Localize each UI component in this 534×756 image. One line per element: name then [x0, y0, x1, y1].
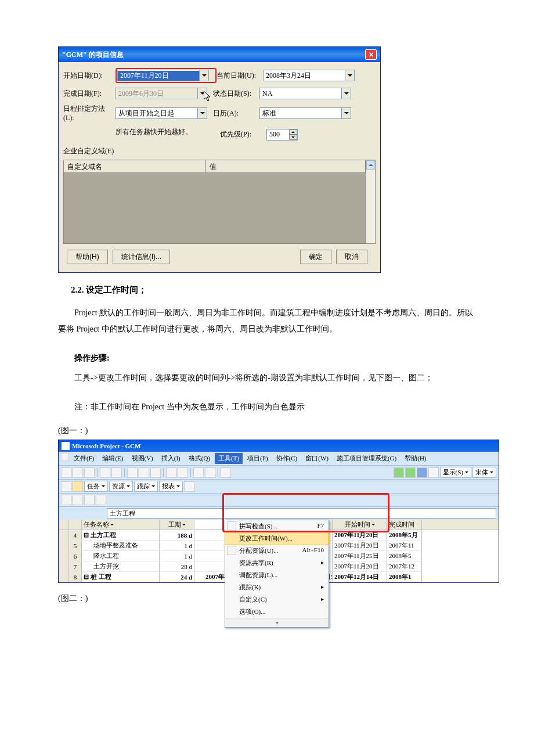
toolbar-views: 任务 资源 跟踪 报表: [59, 479, 499, 493]
menu-item[interactable]: 资源共享(R): [225, 557, 329, 569]
chevron-down-icon[interactable]: [341, 88, 351, 99]
ok-button[interactable]: 确定: [300, 250, 331, 264]
taskname-header[interactable]: 任务名称: [82, 520, 160, 530]
menu-collab[interactable]: 协作(C): [273, 453, 301, 464]
chevron-down-icon[interactable]: [345, 70, 354, 81]
menu-item[interactable]: 更改工作时间(W)...: [225, 532, 329, 545]
calendar-combo[interactable]: 标准: [259, 107, 351, 119]
grid-header-name[interactable]: 自定义域名: [64, 160, 206, 173]
menu-icon: [227, 521, 236, 531]
status-date-label: 状态日期(S):: [213, 89, 259, 99]
schedule-from-combo[interactable]: 从项目开始之日起: [116, 107, 207, 119]
msproject-window: Microsoft Project - GCM 文件(F) 编辑(E) 视图(V…: [58, 440, 499, 583]
menu-edit[interactable]: 编辑(E): [99, 453, 127, 464]
toolbar-standard: 显示(S) 宋体: [59, 465, 499, 479]
save-icon[interactable]: [84, 467, 95, 478]
nav-icon[interactable]: [417, 467, 427, 478]
print-icon[interactable]: [100, 467, 110, 478]
toolbar-extra: [59, 493, 499, 506]
schedule-note: 所有任务越快开始越好。: [63, 127, 220, 137]
open-icon[interactable]: [73, 467, 83, 478]
formula-input[interactable]: 土方工程: [107, 508, 496, 519]
preview-icon[interactable]: [111, 467, 122, 478]
status-date-combo[interactable]: NA: [259, 88, 351, 99]
menu-window[interactable]: 窗口(W): [302, 453, 332, 464]
menu-item[interactable]: 拼写检查(S)...F7: [225, 520, 329, 532]
menu-item[interactable]: 跟踪(K): [225, 581, 329, 593]
report-dropdown[interactable]: 报表: [159, 481, 183, 492]
view-icon[interactable]: [61, 481, 71, 492]
steps-heading: 操作步骤:: [58, 350, 476, 366]
grid-header-value[interactable]: 值: [206, 160, 366, 173]
link-icon[interactable]: [193, 467, 204, 478]
stats-button[interactable]: 统计信息(I)...: [113, 250, 170, 264]
menubar: 文件(F) 编辑(E) 视图(V) 插入(I) 格式(Q) 工具(T) 项目(P…: [59, 452, 499, 465]
menu-insert[interactable]: 插入(I): [158, 453, 184, 464]
submenu-arrow-icon: [321, 595, 324, 604]
cut-icon[interactable]: [127, 467, 138, 478]
cursor-icon: [204, 91, 213, 103]
paste-icon[interactable]: [150, 467, 161, 478]
indicator-header[interactable]: [59, 520, 69, 530]
finish-header[interactable]: 完成时间: [387, 520, 422, 530]
current-date-combo[interactable]: 2008年3月24日: [263, 70, 355, 81]
menu-help[interactable]: 帮助(H): [401, 453, 430, 464]
scroll-up-icon[interactable]: [366, 160, 375, 170]
undo-icon[interactable]: [166, 467, 176, 478]
track-dropdown[interactable]: 跟踪: [134, 481, 158, 492]
tools-dropdown-menu: 拼写检查(S)...F7更改工作时间(W)...分配资源(U)...Alt+F1…: [225, 520, 329, 628]
show-dropdown[interactable]: 显示(S): [440, 467, 471, 478]
icon[interactable]: [96, 495, 106, 505]
help-button[interactable]: 帮助(H): [67, 250, 108, 264]
new-icon[interactable]: [61, 467, 71, 478]
priority-spinner[interactable]: 500: [266, 129, 298, 141]
chevron-down-icon[interactable]: [197, 108, 207, 118]
chevron-down-icon[interactable]: [341, 108, 351, 118]
view-icon[interactable]: [73, 481, 83, 492]
spinner-down-icon[interactable]: [289, 135, 297, 140]
paragraph: Project 默认的工作时间一般周六、周日为非工作时间。而建筑工程中编制进度计…: [58, 305, 476, 337]
project-info-dialog: "GCM" 的项目信息 ✕ 开始日期(D): 2007年11月20日 当前日期(…: [58, 46, 381, 273]
highlight-box: 2007年11月20日: [116, 68, 217, 83]
toolbar-end-icon[interactable]: [184, 481, 194, 492]
menu-file[interactable]: 文件(F): [70, 453, 98, 464]
finish-date-label: 完成日期(F):: [63, 89, 116, 99]
unlink-icon[interactable]: [205, 467, 215, 478]
tasks-dropdown[interactable]: 任务: [84, 481, 108, 492]
menu-item[interactable]: 自定义(C): [225, 593, 329, 606]
cancel-button[interactable]: 取消: [336, 250, 367, 264]
start-date-label: 开始日期(D):: [63, 71, 116, 81]
menu-tools[interactable]: 工具(T): [215, 453, 243, 464]
close-icon[interactable]: ✕: [365, 49, 377, 60]
menu-view[interactable]: 视图(V): [128, 453, 157, 464]
menu-format[interactable]: 格式(Q): [185, 453, 214, 464]
icon[interactable]: [84, 495, 95, 505]
menu-cpms[interactable]: 施工项目管理系统(G): [333, 453, 400, 464]
menu-item[interactable]: 分配资源(U)...Alt+F10: [225, 545, 329, 557]
spinner-up-icon[interactable]: [289, 129, 297, 135]
menu-item[interactable]: 调配资源(L)...: [225, 569, 329, 581]
start-header[interactable]: 开始时间: [333, 520, 387, 530]
vertical-scrollbar[interactable]: [366, 160, 375, 243]
window-titlebar: Microsoft Project - GCM: [59, 440, 499, 452]
nav-icon[interactable]: [394, 467, 404, 478]
icon[interactable]: [221, 467, 231, 478]
copy-icon[interactable]: [139, 467, 149, 478]
resources-dropdown[interactable]: 资源: [109, 481, 133, 492]
font-dropdown[interactable]: 宋体: [472, 467, 496, 478]
menu-item[interactable]: 选项(O)...: [225, 606, 329, 618]
nav-icon[interactable]: [405, 467, 416, 478]
chevron-down-icon[interactable]: [199, 70, 208, 81]
menu-project[interactable]: 项目(P): [244, 453, 271, 464]
current-date-label: 当前日期(U):: [217, 71, 263, 81]
icon[interactable]: [73, 495, 83, 505]
minus-icon[interactable]: [428, 467, 439, 478]
duration-header[interactable]: 工期: [160, 520, 194, 530]
submenu-arrow-icon: [321, 583, 324, 592]
id-header[interactable]: [69, 520, 82, 530]
icon[interactable]: [61, 495, 71, 505]
expand-menu-icon[interactable]: ▾: [225, 618, 329, 627]
menu-handle-icon[interactable]: [61, 453, 69, 461]
start-date-combo[interactable]: 2007年11月20日: [117, 70, 209, 81]
redo-icon[interactable]: [178, 467, 188, 478]
